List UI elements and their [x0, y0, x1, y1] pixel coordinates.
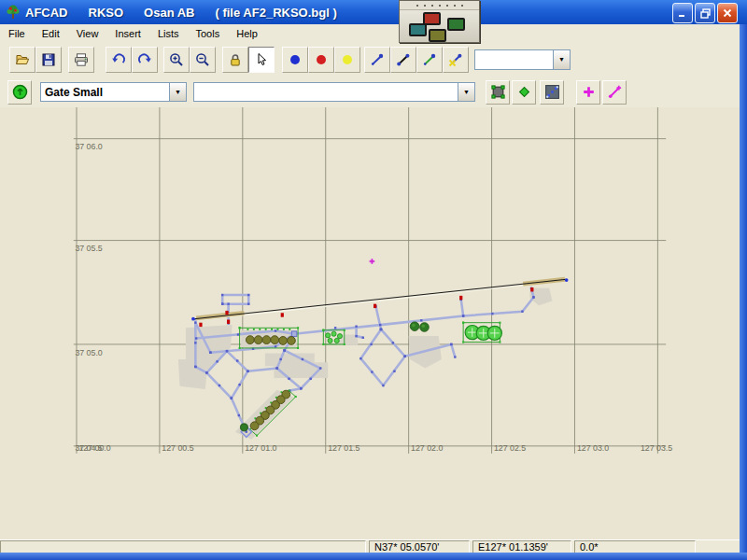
hold-marker[interactable] — [227, 319, 230, 323]
floating-mini-panel[interactable] — [399, 0, 480, 43]
menu-file[interactable]: File — [0, 26, 34, 41]
select-tool-button[interactable] — [248, 47, 275, 73]
runway-end-node[interactable] — [191, 317, 195, 321]
parking-spot-small[interactable] — [328, 338, 332, 343]
panel-grip-handle[interactable] — [400, 1, 479, 10]
taxiway-node[interactable] — [237, 333, 239, 335]
olive-square[interactable] — [429, 29, 446, 42]
taxiway-node[interactable] — [392, 342, 394, 343]
taxiway-node[interactable] — [334, 327, 336, 329]
taxiway-node[interactable] — [194, 342, 196, 343]
menu-lists[interactable]: Lists — [149, 26, 188, 41]
add-point-tool-button[interactable] — [576, 80, 600, 105]
menu-tools[interactable]: Tools — [188, 26, 229, 41]
taxiway-node[interactable] — [247, 302, 249, 304]
taxiway-node[interactable] — [355, 326, 357, 328]
taxiway-path[interactable] — [247, 369, 276, 371]
gate-combo-arrow[interactable]: ▼ — [169, 83, 186, 101]
taxiway-path[interactable] — [289, 388, 301, 390]
taxiway-node[interactable] — [227, 302, 229, 304]
lock-button[interactable] — [222, 47, 248, 73]
hold-marker[interactable] — [225, 311, 228, 315]
parking-spot-medium[interactable] — [246, 336, 254, 344]
parking-spot-small[interactable] — [326, 333, 331, 338]
taxiway-node[interactable] — [302, 358, 303, 360]
taxiway-node[interactable] — [216, 360, 218, 362]
taxiway-node[interactable] — [491, 313, 493, 315]
taxiway-node[interactable] — [238, 384, 240, 385]
taxiway-node[interactable] — [247, 294, 249, 296]
print-button[interactable] — [68, 47, 94, 73]
taxiway-node[interactable] — [275, 367, 277, 369]
taxiway-node[interactable] — [359, 357, 361, 359]
save-button[interactable] — [35, 47, 62, 73]
taxiway-node[interactable] — [355, 335, 357, 337]
hold-marker[interactable] — [199, 323, 202, 327]
taxiway-node[interactable] — [362, 337, 364, 339]
title-bar[interactable]: AFCAD RKSO Osan AB ( file AF2_RKSO.bgl ) — [0, 0, 747, 24]
taxiway-node[interactable] — [403, 356, 405, 357]
taxiway-path[interactable] — [451, 344, 455, 357]
runway-end-node[interactable] — [565, 278, 569, 282]
gate-node[interactable] — [240, 424, 247, 431]
taxiway-node[interactable] — [319, 367, 321, 369]
taxiway-junction-node[interactable] — [291, 331, 297, 337]
taxiway-node[interactable] — [382, 385, 384, 386]
combo-dropdown-arrow[interactable]: ▼ — [553, 50, 570, 69]
taxiway-node[interactable] — [288, 378, 289, 380]
open-file-button[interactable] — [9, 47, 35, 73]
taxiway-node[interactable] — [462, 315, 464, 316]
parking-spot-medium[interactable] — [287, 337, 295, 345]
menu-insert[interactable]: Insert — [106, 26, 149, 41]
redo-button[interactable] — [132, 47, 158, 73]
minimize-button[interactable] — [672, 3, 693, 23]
hold-marker[interactable] — [530, 287, 533, 291]
link-blue-tool-button[interactable] — [364, 47, 390, 73]
link-black-tool-button[interactable] — [390, 47, 416, 73]
taxiway-node[interactable] — [393, 371, 395, 372]
taxiway-node[interactable] — [420, 319, 422, 321]
polygon-tool-button[interactable] — [486, 80, 510, 105]
taxiway-node[interactable] — [247, 371, 248, 372]
taxiway-node[interactable] — [231, 397, 233, 399]
red-point-tool-button[interactable] — [308, 47, 334, 73]
selected-point-marker[interactable] — [370, 259, 375, 264]
taxiway-node[interactable] — [194, 366, 196, 368]
selected-path-tool-button[interactable] — [540, 80, 564, 105]
parking-spot-medium[interactable] — [250, 422, 259, 430]
hold-marker[interactable] — [374, 304, 376, 308]
taxiway-path[interactable] — [360, 329, 404, 385]
taxiway-node[interactable] — [283, 349, 285, 351]
add-path-point-tool-button[interactable] — [602, 80, 627, 105]
taxiway-node[interactable] — [310, 378, 312, 380]
yellow-point-tool-button[interactable] — [334, 47, 360, 73]
taxiway-node[interactable] — [221, 294, 223, 296]
taxiway-node[interactable] — [300, 387, 302, 389]
taxiway-node[interactable] — [275, 345, 276, 347]
taxiway-node[interactable] — [205, 371, 207, 373]
taxiway-node[interactable] — [279, 358, 281, 360]
taxiway-node[interactable] — [379, 324, 381, 326]
menu-view[interactable]: View — [68, 26, 107, 41]
parking-spot-small[interactable] — [331, 331, 336, 336]
taxiway-node[interactable] — [275, 329, 276, 331]
taxiway-node[interactable] — [454, 356, 456, 357]
parking-spot-small[interactable] — [334, 338, 339, 343]
menu-help[interactable]: Help — [228, 26, 266, 41]
taxiway-node[interactable] — [194, 321, 196, 323]
taxiway-node[interactable] — [226, 350, 228, 352]
diamond-tool-button[interactable] — [512, 80, 536, 105]
taxiway-node[interactable] — [370, 343, 372, 345]
green-square[interactable] — [447, 18, 465, 31]
airport-map-canvas[interactable]: 37 06.037 05.537 05.037 04.5127 00.0127 … — [0, 107, 740, 539]
parking-spot-medium[interactable] — [262, 336, 271, 344]
taxiway-node[interactable] — [532, 296, 534, 298]
hold-marker[interactable] — [281, 313, 284, 316]
taxiway-node[interactable] — [218, 385, 220, 386]
teal-square[interactable] — [409, 23, 427, 36]
link-cross-tool-button[interactable] — [443, 47, 469, 73]
zoom-in-button[interactable] — [163, 47, 190, 73]
parking-spot-small[interactable] — [337, 334, 342, 339]
close-button[interactable] — [717, 3, 738, 23]
parking-spot-medium[interactable] — [279, 337, 288, 345]
